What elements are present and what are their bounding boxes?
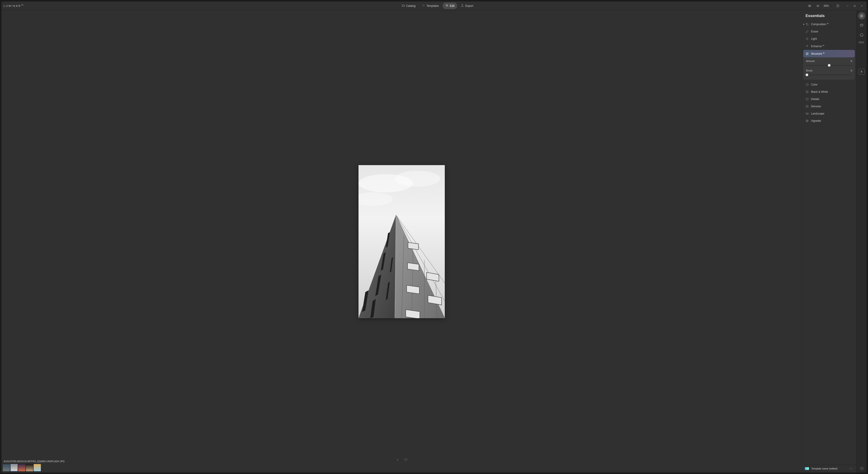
nav-edit[interactable]: Edit [442, 2, 457, 9]
window-controls [845, 3, 864, 8]
nav-catalog-label: Catalog [406, 4, 415, 7]
nav-templates[interactable]: Templates [419, 2, 442, 9]
boost-value: 0 [851, 69, 852, 72]
tool-details-label: Details [811, 98, 819, 101]
minimize-button[interactable] [845, 3, 850, 8]
tool-vignette[interactable]: Vignette [802, 117, 856, 125]
favorite-button[interactable] [403, 457, 408, 462]
thumb-1[interactable] [3, 464, 10, 471]
canvas-area[interactable]: AUGUSTAS-MICKUS-WFFRS_QQ6W0-UNSPLASH.JPG [1, 10, 802, 473]
reject-button[interactable] [395, 457, 400, 462]
rail-pro-label[interactable]: PRO [859, 41, 864, 44]
rail-creative[interactable] [858, 22, 865, 29]
filename-label: AUGUSTAS-MICKUS-WFFRS_QQ6W0-UNSPLASH.JPG [4, 460, 65, 463]
wand-icon [422, 4, 425, 8]
svg-point-7 [395, 171, 440, 187]
template-more-button[interactable]: ⋯ [849, 467, 853, 470]
compare-icon[interactable] [807, 3, 812, 8]
vignette-icon [806, 119, 809, 123]
tool-color[interactable]: Color [802, 81, 856, 88]
essentials-panel: Essentials Composition AI Erase Light [802, 10, 856, 473]
amount-label: Amount [806, 60, 815, 62]
svg-rect-40 [806, 113, 808, 114]
panel-title: Essentials [802, 13, 856, 21]
thumb-5[interactable] [34, 464, 41, 471]
svg-rect-27 [408, 263, 419, 271]
tool-landscape[interactable]: Landscape [802, 110, 856, 117]
svg-rect-36 [806, 98, 808, 100]
tool-erase-label: Erase [811, 30, 818, 33]
nav-export[interactable]: Export [458, 2, 476, 9]
chevron-down-icon [830, 5, 832, 7]
thumb-3[interactable] [18, 464, 25, 471]
tool-erase[interactable]: Erase [802, 28, 856, 35]
sliders-icon [445, 4, 448, 8]
svg-rect-1 [810, 5, 811, 7]
svg-point-2 [817, 5, 818, 6]
svg-point-44 [861, 25, 861, 25]
tool-structure-label: Structure AI [811, 52, 825, 55]
sparkle-icon [806, 45, 809, 48]
details-icon [806, 98, 809, 101]
tool-bw[interactable]: Black & White [802, 88, 856, 96]
zoom-dropdown[interactable]: 36% [824, 4, 832, 7]
folder-icon [402, 4, 405, 8]
tool-details[interactable]: Details [802, 96, 856, 103]
template-swatch-icon [805, 467, 809, 470]
tool-composition-label: Composition AI [811, 23, 829, 26]
tool-bw-label: Black & White [811, 90, 828, 94]
tool-color-label: Color [811, 83, 817, 86]
tool-light[interactable]: Light [802, 35, 856, 42]
tool-enhance-label: Enhance AI [811, 44, 824, 48]
thumb-2[interactable] [10, 464, 18, 471]
maximize-button[interactable] [852, 3, 857, 8]
svg-point-45 [861, 25, 862, 25]
amount-slider[interactable] [806, 64, 852, 67]
export-icon [461, 4, 464, 8]
top-bar: LUMINARAI Catalog Templates Edit Export [1, 1, 867, 10]
template-name-label: Template name (edited) [811, 467, 847, 470]
tool-composition[interactable]: Composition AI [802, 21, 856, 28]
eraser-icon [806, 30, 809, 33]
nav-export-label: Export [465, 4, 473, 7]
svg-point-43 [861, 15, 862, 16]
amount-value: 0 [851, 60, 852, 62]
bw-icon [806, 90, 809, 94]
topbar-right: 36% [807, 3, 864, 8]
preview-eye-icon[interactable] [815, 3, 820, 8]
app-logo: LUMINARAI [4, 4, 24, 7]
right-rail: PRO A [856, 10, 867, 473]
tool-structure[interactable]: Structure AI [803, 50, 855, 57]
close-button[interactable] [859, 3, 864, 8]
color-icon [806, 83, 809, 86]
tool-landscape-label: Landscape [811, 112, 825, 115]
canvas-actions [395, 457, 408, 462]
svg-rect-0 [808, 5, 810, 7]
boost-slider[interactable] [806, 73, 852, 76]
tool-denoise[interactable]: Denoise [802, 103, 856, 110]
app-name: LUMINAR [4, 4, 21, 7]
rail-portrait[interactable] [858, 31, 865, 39]
main-nav: Catalog Templates Edit Export [392, 2, 476, 9]
modified-dot-icon [803, 24, 804, 25]
svg-rect-37 [806, 105, 808, 107]
structure-controls: Amount 0 Boost 0 [803, 57, 855, 79]
add-button[interactable] [392, 3, 398, 9]
filmstrip [3, 464, 41, 471]
svg-point-42 [807, 121, 808, 122]
denoise-icon [806, 105, 809, 108]
nav-templates-label: Templates [426, 4, 439, 7]
svg-point-39 [807, 106, 808, 107]
rail-mask-button[interactable]: A [859, 69, 865, 75]
svg-rect-4 [854, 5, 855, 7]
tool-enhance[interactable]: Enhance AI [802, 42, 856, 50]
svg-rect-41 [806, 120, 808, 122]
tool-light-label: Light [811, 37, 817, 40]
rail-essentials[interactable] [858, 12, 865, 20]
thumb-4[interactable] [26, 464, 33, 471]
tool-vignette-label: Vignette [811, 119, 821, 123]
info-button[interactable] [859, 466, 864, 471]
tool-denoise-label: Denoise [811, 105, 821, 108]
nav-catalog[interactable]: Catalog [399, 2, 418, 9]
help-icon[interactable] [835, 3, 840, 8]
